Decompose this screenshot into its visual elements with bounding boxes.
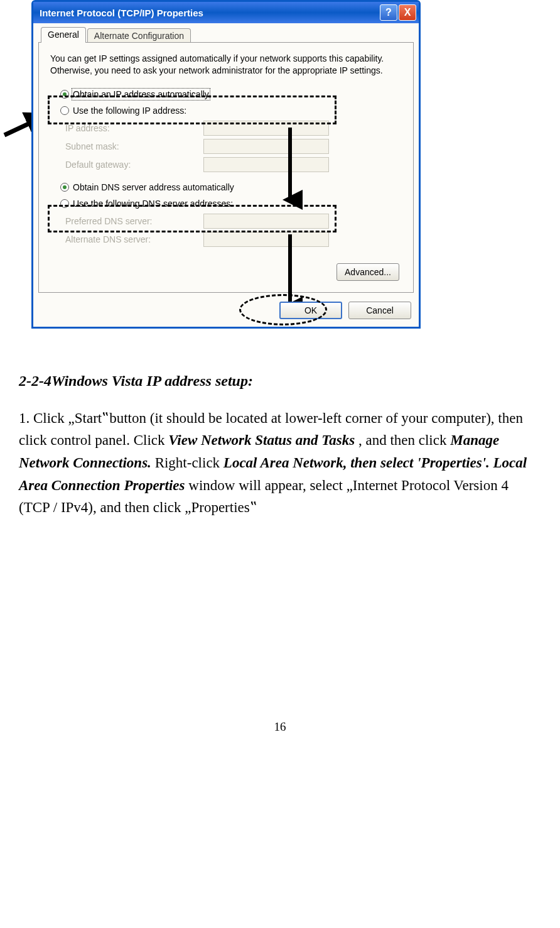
general-panel: You can get IP settings assigned automat… bbox=[38, 42, 414, 293]
radio-use-dns-label: Use the following DNS server addresses: bbox=[73, 199, 233, 209]
advanced-button[interactable]: Advanced... bbox=[337, 263, 399, 281]
radio-obtain-dns[interactable]: Obtain DNS server address automatically bbox=[58, 181, 402, 194]
cancel-button[interactable]: Cancel bbox=[348, 302, 411, 319]
panel-description: You can get IP settings assigned automat… bbox=[50, 53, 402, 77]
subnet-mask-input[interactable] bbox=[203, 139, 329, 154]
radio-obtain-ip-label: Obtain an IP address automatically bbox=[73, 89, 209, 99]
ip-fields: IP address: Subnet mask: Default gateway… bbox=[65, 121, 402, 172]
close-button[interactable]: X bbox=[399, 4, 416, 21]
window-title: Internet Protocol (TCP/IP) Properties bbox=[40, 8, 379, 18]
page-number: 16 bbox=[19, 720, 541, 734]
section-heading: 2-2-4Windows Vista IP address setup: bbox=[19, 373, 541, 390]
alternate-dns-label: Alternate DNS server: bbox=[65, 234, 203, 244]
radio-use-ip[interactable]: Use the following IP address: bbox=[58, 104, 402, 117]
tab-alternate[interactable]: Alternate Configuration bbox=[87, 28, 191, 43]
radio-use-dns[interactable]: Use the following DNS server addresses: bbox=[58, 197, 402, 210]
radio-obtain-dns-label: Obtain DNS server address automatically bbox=[73, 182, 234, 192]
tcpip-properties-dialog: Internet Protocol (TCP/IP) Properties ? … bbox=[31, 0, 421, 329]
tab-general[interactable]: General bbox=[41, 27, 86, 43]
radio-icon bbox=[60, 183, 69, 192]
titlebar: Internet Protocol (TCP/IP) Properties ? … bbox=[33, 2, 419, 23]
radio-obtain-ip[interactable]: Obtain an IP address automatically bbox=[58, 88, 402, 101]
radio-icon bbox=[60, 199, 69, 208]
instruction-paragraph: 1. Click „Start‟button (it should be loc… bbox=[19, 407, 541, 519]
tab-strip: General Alternate Configuration bbox=[38, 27, 414, 43]
ip-address-label: IP address: bbox=[65, 123, 203, 133]
ok-button[interactable]: OK bbox=[279, 302, 342, 319]
default-gateway-label: Default gateway: bbox=[65, 160, 203, 170]
radio-use-ip-label: Use the following IP address: bbox=[73, 106, 186, 116]
help-icon: ? bbox=[385, 7, 392, 18]
radio-icon bbox=[60, 106, 69, 115]
ip-address-input[interactable] bbox=[203, 121, 329, 136]
close-icon: X bbox=[404, 7, 411, 18]
dns-fields: Preferred DNS server: Alternate DNS serv… bbox=[65, 214, 402, 247]
default-gateway-input[interactable] bbox=[203, 157, 329, 172]
help-button[interactable]: ? bbox=[380, 4, 397, 21]
preferred-dns-input[interactable] bbox=[203, 214, 329, 229]
alternate-dns-input[interactable] bbox=[203, 232, 329, 247]
subnet-mask-label: Subnet mask: bbox=[65, 141, 203, 151]
radio-icon bbox=[60, 90, 69, 99]
preferred-dns-label: Preferred DNS server: bbox=[65, 216, 203, 226]
